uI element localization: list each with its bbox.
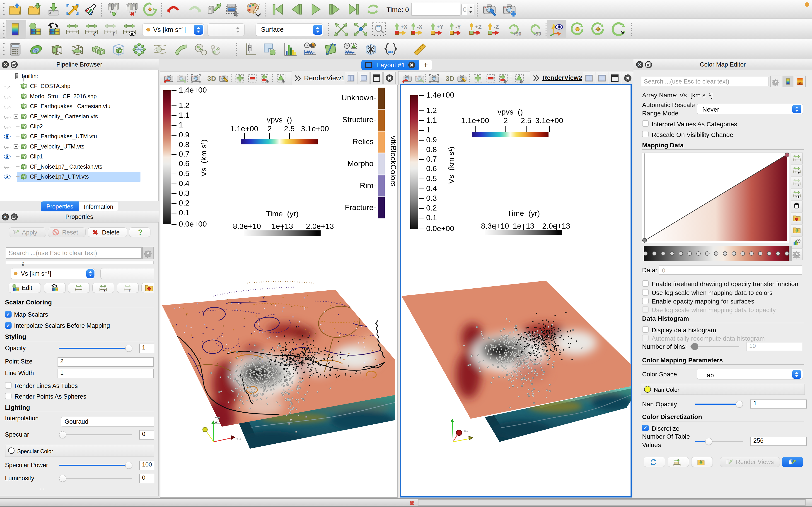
svg-text:-Y: -Y [455,24,461,30]
svg-text:+90: +90 [513,31,521,37]
svg-text:+X: +X [401,24,407,30]
svg-text:c: c [93,30,96,37]
svg-text:t: t [798,182,800,186]
svg-text:c: c [104,288,106,292]
svg-text:-Z: -Z [494,24,499,30]
svg-text:-X: -X [417,24,422,30]
svg-text:-90: -90 [534,31,541,37]
svg-text:?: ? [138,228,143,236]
svg-text:t: t [113,30,115,37]
svg-text:+Z: +Z [475,24,482,30]
svg-text:t: t [129,288,130,292]
svg-text:c: c [798,170,800,174]
svg-text:e: e [799,80,801,85]
svg-text:+Y: +Y [437,24,443,30]
